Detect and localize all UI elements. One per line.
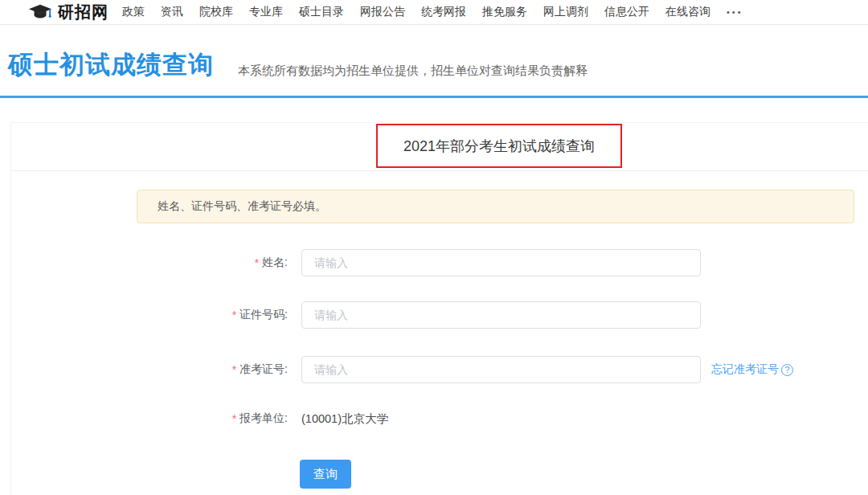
unit-value: (10001)北京大学 (301, 405, 388, 432)
nav-more-ellipsis-icon[interactable]: ••• (727, 7, 743, 17)
nav-item-news[interactable]: 资讯 (161, 5, 183, 19)
nav-item-online-adjustment[interactable]: 网上调剂 (543, 5, 588, 19)
nav-item-master-catalog[interactable]: 硕士目录 (299, 5, 344, 19)
id-number-input[interactable] (301, 301, 701, 329)
page-subtitle: 本系统所有数据均为招生单位提供，招生单位对查询结果负责解释 (238, 63, 588, 79)
blue-divider (0, 96, 868, 98)
graduation-cap-icon (28, 3, 52, 21)
ticket-number-label-text: 准考证号: (240, 362, 288, 377)
site-logo[interactable]: 研招网 (28, 2, 108, 23)
required-fields-alert: 姓名、证件号码、准考证号必填。 (137, 190, 854, 223)
nav-item-unified-exam-report[interactable]: 统考网报 (421, 5, 466, 19)
forgot-ticket-link[interactable]: 忘记准考证号 ? (711, 356, 793, 383)
query-submit-button[interactable]: 查询 (300, 460, 351, 489)
panel-header-divider (11, 170, 868, 171)
nav-menu: 政策 资讯 院校库 专业库 硕士目录 网报公告 统考网报 推免服务 网上调剂 信… (122, 5, 743, 19)
nav-item-exempt-service[interactable]: 推免服务 (482, 5, 527, 19)
required-asterisk: * (255, 256, 259, 269)
alert-text: 姓名、证件号码、准考证号必填。 (158, 199, 326, 214)
unit-label: * 报考单位: (137, 405, 288, 432)
nav-item-online-consult[interactable]: 在线咨询 (665, 5, 710, 19)
required-asterisk: * (232, 363, 236, 376)
id-number-label-text: 证件号码: (240, 308, 288, 322)
nav-item-online-report-notice[interactable]: 网报公告 (360, 5, 405, 19)
name-input[interactable] (301, 249, 701, 276)
required-asterisk: * (232, 309, 236, 321)
name-label-text: 姓名: (262, 256, 288, 270)
nav-item-major-library[interactable]: 专业库 (249, 5, 283, 19)
name-label: * 姓名: (137, 249, 288, 276)
ticket-number-input[interactable] (301, 356, 701, 383)
help-question-icon: ? (781, 364, 793, 376)
unit-label-text: 报考单位: (240, 411, 288, 426)
id-number-label: * 证件号码: (137, 301, 288, 329)
nav-item-college-library[interactable]: 院校库 (199, 5, 233, 19)
nav-item-policy[interactable]: 政策 (122, 5, 145, 19)
panel-title: 2021年部分考生初试成绩查询 (403, 137, 595, 156)
nav-item-info-disclosure[interactable]: 信息公开 (604, 5, 649, 19)
logo-text: 研招网 (58, 2, 108, 23)
forgot-ticket-link-text: 忘记准考证号 (711, 362, 779, 377)
ticket-number-label: * 准考证号: (137, 356, 288, 383)
top-navigation-bar: 研招网 政策 资讯 院校库 专业库 硕士目录 网报公告 统考网报 推免服务 网上… (0, 0, 868, 25)
panel-title-wrap: 2021年部分考生初试成绩查询 (376, 125, 622, 167)
page-title: 硕士初试成绩查询 (8, 48, 214, 82)
required-asterisk: * (232, 412, 236, 425)
